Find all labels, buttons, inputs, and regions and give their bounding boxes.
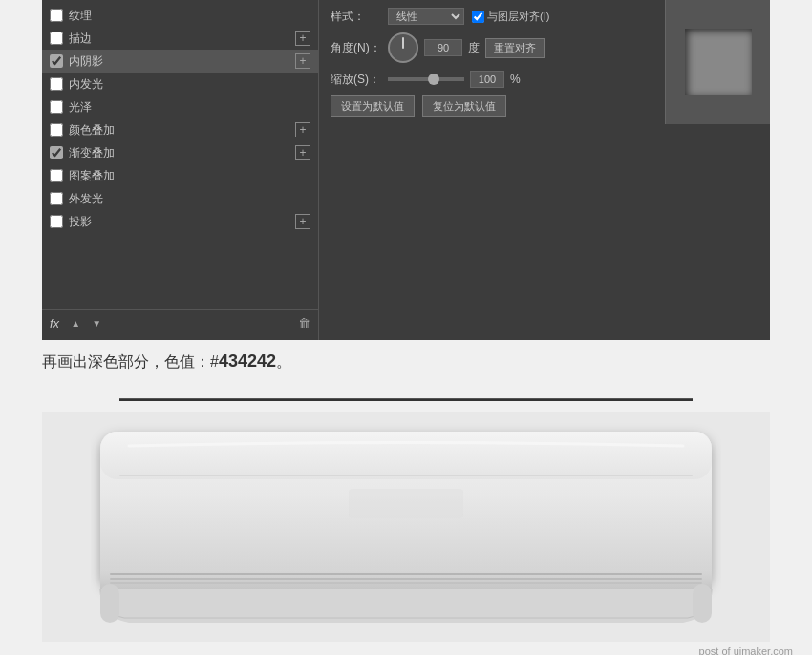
layer-item-texture[interactable]: 纹理 [42,4,318,27]
gradient-overlay-plus-button[interactable]: + [295,145,310,160]
footer: post of uimaker.com [0,642,812,655]
align-layer-label: 与图层对齐(I) [472,10,549,24]
svg-rect-6 [110,573,702,575]
footer-site: uimaker [734,645,771,655]
layer-item-outer-glow[interactable]: 外发光 [42,187,318,210]
angle-label: 角度(N)： [331,40,388,56]
down-arrow-button[interactable]: ▼ [88,315,105,332]
footer-tld: .com [770,645,793,655]
trash-button[interactable]: 🗑 [298,316,310,330]
stroke-checkbox[interactable] [50,32,63,45]
svg-rect-2 [119,475,693,476]
ac-unit-svg [91,422,721,632]
scale-input[interactable] [470,71,504,88]
slider-thumb[interactable] [428,74,439,85]
slider-track[interactable] [388,77,464,81]
text-content: 再画出深色部分，色值：# [42,353,219,370]
gloss-checkbox[interactable] [50,100,63,114]
layer-item-stroke[interactable]: 描边 + [42,27,318,50]
svg-rect-7 [110,578,702,580]
left-panel-spacer [42,233,318,309]
shadow-label: 投影 [69,214,92,230]
layer-item-inner-shadow[interactable]: 内阴影 + [42,50,318,73]
reset-align-button[interactable]: 重置对齐 [485,38,545,58]
layer-item-color-overlay[interactable]: 颜色叠加 + [42,118,318,141]
divider-line [119,398,693,401]
color-overlay-label: 颜色叠加 [69,122,115,138]
scale-unit: % [510,73,521,86]
style-label: 样式： [331,9,388,25]
fx-label: fx [50,316,59,330]
action-buttons: 设置为默认值 复位为默认值 [331,95,655,117]
texture-checkbox[interactable] [50,9,63,22]
up-arrow-button[interactable]: ▲ [67,315,84,332]
layer-item-pattern-overlay[interactable]: 图案叠加 [42,164,318,187]
angle-dial[interactable] [388,32,418,63]
preview-inner-box [685,29,752,95]
texture-label: 纹理 [69,8,92,24]
inner-shadow-label: 内阴影 [69,53,103,70]
scale-label: 缩放(S)： [331,72,388,88]
style-row: 样式： 线性 与图层对齐(I) [331,8,655,25]
outer-glow-label: 外发光 [69,191,103,207]
align-layer-checkbox[interactable] [472,11,484,23]
angle-row: 角度(N)： 度 重置对齐 [331,32,655,63]
gradient-overlay-checkbox[interactable] [50,146,63,159]
left-panel: 纹理 描边 + 内阴影 + 内发光 光泽 颜色叠 [42,0,319,340]
shadow-checkbox[interactable] [50,215,63,228]
ps-panel: 纹理 描边 + 内阴影 + 内发光 光泽 颜色叠 [42,0,770,340]
svg-rect-11 [349,489,463,518]
svg-rect-8 [110,582,702,584]
pattern-overlay-checkbox[interactable] [50,169,63,182]
text-section: 再画出深色部分，色值：#434242。 [0,340,812,387]
reset-default-button[interactable]: 复位为默认值 [422,95,506,117]
color-overlay-checkbox[interactable] [50,123,63,137]
shadow-plus-button[interactable]: + [295,214,310,229]
right-panel: 预览(V) 样式： 线性 与图层对齐(I) 角度(N)： 度 [319,0,770,340]
stroke-label: 描边 [69,31,92,47]
angle-control: 度 重置对齐 [388,32,545,63]
footer-prefix: post of [699,645,734,655]
scale-slider: % [388,71,521,88]
svg-rect-9 [100,584,119,623]
preview-box [665,0,770,124]
layer-item-gloss[interactable]: 光泽 [42,95,318,118]
inner-shadow-checkbox[interactable] [50,54,63,68]
inner-glow-label: 内发光 [69,76,103,93]
gloss-label: 光泽 [69,99,92,116]
ac-unit [91,422,721,632]
layer-item-inner-glow[interactable]: 内发光 [42,73,318,95]
style-select[interactable]: 线性 [388,8,464,25]
bottom-bar: fx ▲ ▼ 🗑 [42,309,318,336]
stroke-plus-button[interactable]: + [295,31,310,46]
angle-input[interactable] [424,39,462,56]
inner-shadow-plus-button[interactable]: + [295,53,310,69]
gradient-overlay-label: 渐变叠加 [69,145,115,161]
scale-row: 缩放(S)： % [331,71,655,88]
pattern-overlay-label: 图案叠加 [69,168,115,184]
color-code: 434242 [219,351,276,370]
angle-unit: 度 [468,40,480,56]
color-overlay-plus-button[interactable]: + [295,122,310,137]
outer-glow-checkbox[interactable] [50,192,63,205]
inner-glow-checkbox[interactable] [50,77,63,91]
layer-item-gradient-overlay[interactable]: 渐变叠加 + [42,141,318,164]
set-default-button[interactable]: 设置为默认值 [331,95,415,117]
svg-rect-1 [100,432,712,479]
text-period: 。 [276,353,291,370]
svg-rect-10 [693,584,712,623]
page-wrapper: 纹理 描边 + 内阴影 + 内发光 光泽 颜色叠 [0,0,812,655]
layer-item-shadow[interactable]: 投影 + [42,210,318,233]
ac-section [42,412,770,642]
